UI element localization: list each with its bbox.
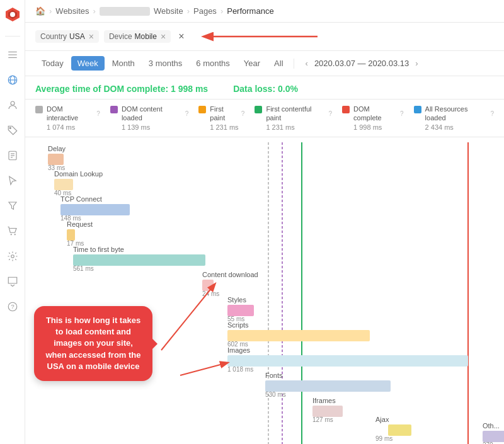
svg-point-9 — [11, 101, 14, 105]
loss-label: Data loss: — [233, 84, 275, 94]
legend: DOM interactive ? 1 074 ms DOM content l… — [25, 100, 504, 137]
svg-text:561 ms: 561 ms — [73, 265, 94, 272]
stats-bar: Average time of DOM complete: 1 998 ms D… — [25, 76, 504, 100]
date-range-text: 2020.03.07 — 2020.03.13 — [314, 59, 409, 68]
time-3months[interactable]: 3 months — [142, 56, 188, 71]
time-year[interactable]: Year — [238, 56, 266, 71]
svg-text:270: 270 — [483, 441, 493, 444]
svg-text:?: ? — [11, 303, 14, 310]
svg-text:Scripts: Scripts — [227, 321, 249, 329]
legend-help-2[interactable]: ? — [241, 110, 245, 118]
svg-text:99 ms: 99 ms — [375, 435, 392, 442]
country-filter[interactable]: Country USA × — [35, 30, 99, 43]
legend-dot-2 — [198, 106, 206, 113]
device-filter[interactable]: Device Mobile × — [104, 30, 171, 43]
legend-dot-0 — [35, 106, 43, 113]
svg-text:Content download: Content download — [202, 271, 258, 278]
time-6months[interactable]: 6 months — [190, 56, 236, 71]
time-separator — [294, 59, 294, 69]
svg-rect-45 — [227, 305, 254, 316]
svg-line-80 — [161, 284, 215, 350]
loss-stat: Data loss: 0.0% — [233, 84, 298, 94]
device-close-icon[interactable]: × — [161, 32, 166, 41]
time-week[interactable]: Week — [71, 56, 105, 71]
sidebar-divider — [5, 36, 20, 37]
svg-text:TCP Connect: TCP Connect — [60, 195, 102, 203]
legend-help-1[interactable]: ? — [185, 110, 189, 118]
loss-value: 0.0% — [278, 84, 298, 94]
time-all[interactable]: All — [268, 56, 289, 71]
legend-item-1: DOM content loaded ? 1 139 ms — [110, 105, 188, 132]
main-content: 🏠 › Websites › Website › Pages › Perform… — [25, 0, 504, 444]
time-month[interactable]: Month — [106, 56, 141, 71]
svg-rect-60 — [388, 424, 411, 436]
time-today[interactable]: Today — [35, 56, 70, 71]
top-nav: 🏠 › Websites › Website › Pages › Perform… — [25, 0, 504, 23]
legend-dot-4 — [342, 106, 350, 113]
breadcrumb-performance: Performance — [227, 6, 273, 16]
breadcrumb: 🏠 › Websites › Website › Pages › Perform… — [35, 6, 494, 16]
sidebar-note-icon[interactable] — [6, 149, 20, 162]
svg-text:Fonts: Fonts — [265, 372, 283, 379]
legend-dot-1 — [110, 106, 118, 113]
annotation-arrow — [192, 28, 330, 45]
legend-name-0: DOM interactive — [47, 105, 94, 123]
logo — [4, 6, 21, 25]
legend-help-4[interactable]: ? — [400, 110, 404, 118]
svg-rect-36 — [67, 229, 75, 241]
legend-ms-5: 2 434 ms — [425, 123, 494, 132]
legend-item-0: DOM interactive ? 1 074 ms — [35, 105, 100, 132]
sidebar-help-icon[interactable]: ? — [6, 300, 20, 314]
breadcrumb-home[interactable]: 🏠 — [35, 6, 45, 16]
svg-point-16 — [14, 234, 15, 235]
legend-name-4: DOM complete — [353, 105, 398, 123]
avg-label: Average time of DOM complete: — [35, 84, 168, 94]
legend-item-2: First paint ? 1 231 ms — [198, 105, 244, 132]
country-close-icon[interactable]: × — [89, 32, 94, 41]
legend-item-4: DOM complete ? 1 998 ms — [342, 105, 404, 132]
device-label: Device — [109, 32, 132, 41]
time-bar: Today Week Month 3 months 6 months Year … — [25, 51, 504, 76]
svg-rect-57 — [312, 406, 343, 417]
svg-text:530 ms: 530 ms — [265, 391, 286, 398]
sidebar-person-icon[interactable] — [6, 98, 20, 112]
legend-item-5: All Resources loaded ? 2 434 ms — [414, 105, 494, 132]
sidebar-cart-icon[interactable] — [6, 224, 20, 238]
legend-help-0[interactable]: ? — [96, 110, 100, 118]
svg-text:127 ms: 127 ms — [312, 416, 333, 423]
legend-help-3[interactable]: ? — [328, 110, 332, 118]
svg-point-17 — [11, 255, 14, 258]
svg-rect-30 — [54, 179, 73, 190]
legend-name-5: All Resources loaded — [425, 105, 489, 123]
svg-rect-63 — [483, 431, 504, 442]
filter-bar: Country USA × Device Mobile × × — [25, 23, 504, 51]
legend-ms-0: 1 074 ms — [47, 123, 100, 132]
svg-text:1 018 ms: 1 018 ms — [227, 366, 253, 373]
sidebar-cursor-icon[interactable] — [6, 174, 20, 188]
date-next[interactable]: › — [413, 59, 420, 68]
date-range: ‹ 2020.03.07 — 2020.03.13 › — [303, 59, 421, 68]
avg-value: 1 998 ms — [171, 84, 208, 94]
svg-line-81 — [180, 363, 227, 375]
svg-text:Iframes: Iframes — [312, 397, 336, 404]
svg-rect-51 — [227, 355, 468, 367]
date-prev[interactable]: ‹ — [303, 59, 311, 68]
legend-name-2: First paint — [210, 105, 239, 123]
filter-clear-button[interactable]: × — [178, 31, 184, 42]
sidebar-globe-icon[interactable] — [6, 73, 20, 87]
svg-rect-42 — [202, 280, 214, 291]
sidebar-gear-icon[interactable] — [6, 249, 20, 263]
breadcrumb-pages[interactable]: Pages — [193, 6, 217, 16]
breadcrumb-websites[interactable]: Websites — [55, 6, 89, 16]
sidebar-menu-icon[interactable] — [6, 48, 20, 62]
svg-rect-33 — [60, 204, 130, 215]
svg-text:Ajax: Ajax — [375, 416, 389, 423]
svg-rect-54 — [265, 380, 391, 392]
sidebar-chat-icon[interactable] — [6, 275, 20, 288]
legend-help-5[interactable]: ? — [490, 110, 494, 118]
svg-text:Domain Lookup: Domain Lookup — [54, 170, 103, 178]
sidebar-funnel-icon[interactable] — [6, 199, 20, 213]
sidebar-tag-icon[interactable] — [6, 123, 20, 137]
legend-ms-3: 1 231 ms — [266, 123, 332, 132]
breadcrumb-site-label: Website — [154, 6, 183, 16]
